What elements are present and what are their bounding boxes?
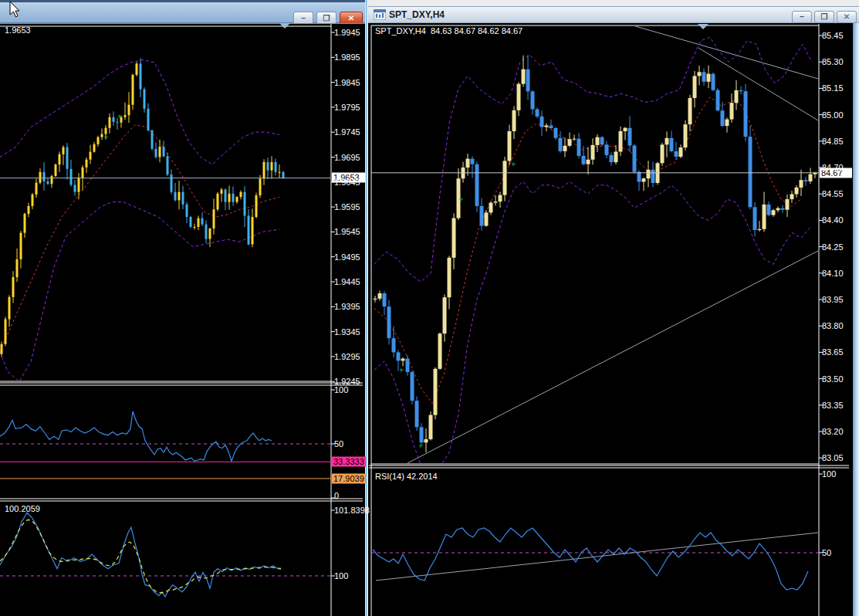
chart-window-right: SPT_DXY,H4 – ❐ ✕ [368,6,859,616]
window-border-accent [366,0,367,616]
chart-window-left: – ❐ ✕ [0,0,365,616]
right-window-border [853,23,859,616]
mdi-workspace: – ❐ ✕ SPT_DXY,H4 – ❐ ✕ 1.9653 100.2 [0,0,859,616]
left-chart-area[interactable] [0,23,365,616]
window-title: SPT_DXY,H4 [389,9,445,20]
chart-icon [374,9,386,20]
right-chart-area[interactable] [368,23,859,616]
close-button[interactable]: ✕ [837,11,857,23]
maximize-button[interactable]: ❐ [814,11,834,23]
right-window-titlebar[interactable]: SPT_DXY,H4 – ❐ ✕ [368,6,859,23]
left-window-titlebar[interactable]: – ❐ ✕ [0,0,365,23]
minimize-button[interactable]: – [792,11,812,23]
